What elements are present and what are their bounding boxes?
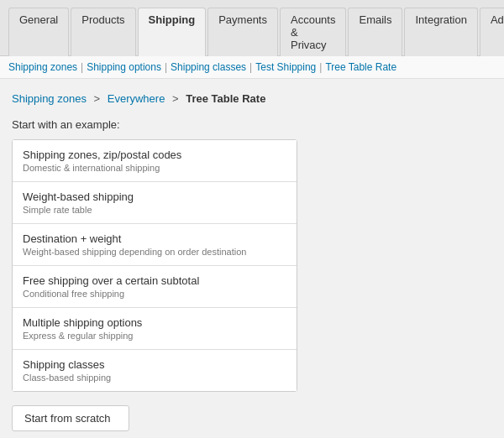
subnav-shipping-options[interactable]: Shipping options — [87, 61, 161, 73]
subnav-shipping-classes[interactable]: Shipping classes — [171, 61, 246, 73]
tab-integration[interactable]: Integration — [404, 8, 477, 56]
tab-general[interactable]: General — [8, 8, 69, 56]
example-item-title: Free shipping over a certain subtotal — [23, 274, 286, 287]
subnav-tree-table-rate[interactable]: Tree Table Rate — [325, 61, 396, 73]
breadcrumb-zones-link[interactable]: Shipping zones — [12, 92, 87, 105]
example-item-desc: Conditional free shipping — [23, 289, 286, 299]
start-label: Start with an example: — [12, 118, 492, 131]
content: Shipping zones > Everywhere > Tree Table… — [0, 79, 504, 438]
example-item-title: Shipping zones, zip/postal codes — [23, 149, 286, 161]
example-item[interactable]: Weight-based shippingSimple rate table — [13, 182, 297, 224]
example-item-title: Weight-based shipping — [23, 190, 286, 203]
example-item[interactable]: Free shipping over a certain subtotalCon… — [13, 266, 297, 308]
example-item-desc: Domestic & international shipping — [23, 163, 286, 173]
breadcrumb-current: Tree Table Rate — [186, 92, 265, 105]
start-from-scratch-button[interactable]: Start from scratch — [12, 405, 129, 431]
breadcrumb-arrow1: > — [94, 92, 101, 105]
tab-emails[interactable]: Emails — [348, 8, 402, 56]
example-item-desc: Weight-based shipping depending on order… — [23, 247, 286, 257]
breadcrumb-everywhere-link[interactable]: Everywhere — [108, 92, 165, 105]
example-item-title: Shipping classes — [23, 358, 286, 371]
example-item-title: Destination + weight — [23, 232, 286, 245]
subnav-shipping-zones[interactable]: Shipping zones — [8, 61, 77, 73]
subnav-separator: | — [81, 61, 83, 73]
example-item[interactable]: Shipping classesClass-based shipping — [13, 350, 297, 391]
breadcrumb-arrow2: > — [172, 92, 179, 105]
sub-nav: Shipping zones |Shipping options |Shippi… — [0, 56, 504, 79]
subnav-separator: | — [165, 61, 167, 73]
subnav-separator: | — [249, 61, 252, 73]
example-item[interactable]: Shipping zones, zip/postal codesDomestic… — [13, 140, 297, 182]
example-item-title: Multiple shipping options — [23, 316, 286, 329]
example-item-desc: Class-based shipping — [23, 373, 286, 383]
example-item[interactable]: Multiple shipping optionsExpress & regul… — [13, 308, 297, 350]
tab-accounts-privacy[interactable]: Accounts & Privacy — [280, 8, 346, 56]
tab-shipping[interactable]: Shipping — [138, 8, 207, 56]
example-item-desc: Simple rate table — [23, 205, 286, 215]
subnav-test-shipping[interactable]: Test Shipping — [255, 61, 316, 73]
subnav-separator: | — [319, 61, 322, 73]
example-item[interactable]: Destination + weightWeight-based shippin… — [13, 224, 297, 266]
tab-products[interactable]: Products — [71, 8, 135, 56]
tabs-bar: GeneralProductsShippingPaymentsAccounts … — [0, 0, 504, 56]
example-list: Shipping zones, zip/postal codesDomestic… — [12, 139, 297, 392]
tab-payments[interactable]: Payments — [207, 8, 278, 56]
tab-advanced[interactable]: Advanced — [480, 8, 504, 56]
breadcrumb: Shipping zones > Everywhere > Tree Table… — [12, 92, 492, 105]
example-item-desc: Express & regular shipping — [23, 331, 286, 341]
